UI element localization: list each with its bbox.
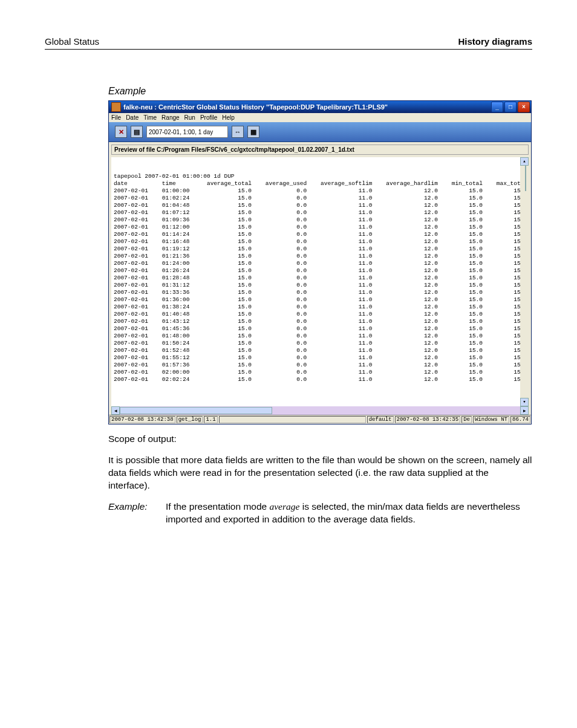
status-left-2: 1.1 (204, 416, 217, 423)
chart-page-icon[interactable]: ▤ (131, 126, 143, 138)
menu-bar: FileDateTimeRangeRunProfileHelp (109, 113, 531, 122)
status-right-2: De (461, 416, 472, 423)
close-graph-icon[interactable]: ✕ (115, 126, 127, 138)
status-bar: 2007-02-08 13:42:38get_log1.1default2007… (109, 415, 531, 424)
menu-help[interactable]: Help (222, 114, 235, 121)
status-right-0: default (367, 416, 394, 423)
minimize-button[interactable]: _ (491, 102, 503, 112)
history-window: falke-neu : CentricStor Global Status Hi… (108, 100, 532, 424)
scope-heading: Scope of output: (108, 433, 532, 446)
status-right-3: Windows NT (473, 416, 509, 423)
grid-icon[interactable]: ▦ (247, 126, 259, 138)
status-right-4: 86.74 (510, 416, 530, 423)
example2-text: If the presentation mode average is sele… (166, 501, 532, 526)
window-title: falke-neu : CentricStor Global Status Hi… (123, 103, 491, 111)
example2-label: Example: (108, 501, 166, 526)
menu-profile[interactable]: Profile (200, 114, 217, 121)
reload-icon[interactable]: ↔ (232, 126, 244, 138)
scroll-up-icon[interactable]: ▴ (520, 157, 529, 166)
scope-text: It is possible that more data fields are… (108, 454, 532, 492)
page-header-right: History diagrams (458, 36, 532, 47)
data-preview-area: tapepool 2007-02-01 01:00:00 1d DUP date… (111, 157, 529, 406)
date-range-input[interactable] (146, 126, 228, 138)
preview-file-label: Preview of file C:/Program Files/FSC/v6_… (111, 145, 529, 155)
horizontal-scroll-thumb[interactable] (120, 407, 272, 414)
page-header-left: Global Status (45, 36, 99, 47)
window-titlebar[interactable]: falke-neu : CentricStor Global Status Hi… (109, 101, 531, 113)
scroll-left-icon[interactable]: ◂ (111, 406, 120, 415)
vertical-scroll-thumb[interactable] (525, 166, 526, 191)
maximize-button[interactable]: □ (504, 102, 517, 112)
menu-date[interactable]: Date (126, 114, 139, 121)
toolbar: ✕ ▤ ↔ ▦ (109, 122, 531, 142)
menu-run[interactable]: Run (184, 114, 195, 121)
vertical-scrollbar[interactable]: ▴ ▾ (520, 157, 529, 406)
menu-time[interactable]: Time (143, 114, 157, 121)
example-heading: Example (108, 86, 532, 97)
status-left-1: get_log (177, 416, 203, 423)
menu-file[interactable]: File (111, 114, 121, 121)
scroll-down-icon[interactable]: ▾ (520, 398, 529, 406)
app-icon (111, 102, 121, 112)
data-text[interactable]: tapepool 2007-02-01 01:00:00 1d DUP date… (111, 172, 529, 385)
menu-range[interactable]: Range (161, 114, 179, 121)
status-right-1: 2007-02-08 13:42:35 (395, 416, 461, 423)
status-spacer (219, 416, 366, 423)
status-left-0: 2007-02-08 13:42:38 (109, 416, 175, 423)
close-button[interactable]: × (518, 102, 530, 112)
horizontal-scrollbar[interactable]: ◂ ▸ (111, 406, 529, 415)
scroll-right-icon[interactable]: ▸ (520, 406, 529, 415)
